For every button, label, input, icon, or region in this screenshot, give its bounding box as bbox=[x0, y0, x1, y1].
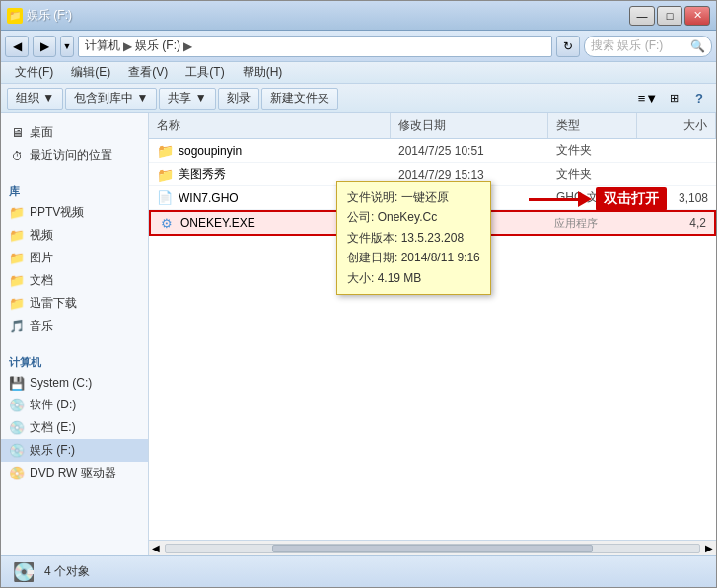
statusbar-count: 4 个对象 bbox=[44, 563, 90, 580]
sidebar-item-e[interactable]: 💿 文档 (E:) bbox=[1, 416, 148, 439]
header-name[interactable]: 名称 bbox=[149, 113, 391, 138]
burn-button[interactable]: 刻录 bbox=[218, 88, 259, 110]
header-type[interactable]: 类型 bbox=[548, 113, 637, 138]
sidebar-item-document[interactable]: 📁 文档 bbox=[1, 269, 148, 292]
sidebar-label-recent: 最近访问的位置 bbox=[30, 147, 112, 164]
onekey-label: ONEKEY.EXE bbox=[180, 216, 255, 230]
search-placeholder: 搜索 娱乐 (F:) bbox=[591, 37, 663, 54]
hscroll-thumb[interactable] bbox=[272, 545, 593, 552]
sidebar-item-video[interactable]: 📁 视频 bbox=[1, 224, 148, 247]
d-drive-icon: 💿 bbox=[9, 398, 25, 413]
sidebar-library-title: 库 bbox=[1, 179, 148, 201]
header-size[interactable]: 大小 bbox=[637, 113, 716, 138]
share-button[interactable]: 共享 ▼ bbox=[159, 88, 215, 110]
file-row-sogoupinyin[interactable]: 📁 sogoupinyin 2014/7/25 10:51 文件夹 bbox=[149, 139, 716, 163]
sidebar-label-dvd: DVD RW 驱动器 bbox=[30, 465, 116, 481]
sidebar-label-pptv: PPTV视频 bbox=[30, 204, 84, 221]
sidebar-item-f[interactable]: 💿 娱乐 (F:) bbox=[1, 439, 148, 462]
dvd-icon: 📀 bbox=[9, 466, 25, 481]
sidebar-item-dvd[interactable]: 📀 DVD RW 驱动器 bbox=[1, 462, 148, 484]
sidebar-label-xunlei: 迅雷下载 bbox=[30, 295, 77, 312]
sidebar-item-music[interactable]: 🎵 音乐 bbox=[1, 315, 148, 337]
sidebar-computer-title: 计算机 bbox=[1, 349, 148, 372]
view-detail-button[interactable]: ⊞ bbox=[663, 88, 684, 110]
recent-button[interactable]: ▼ bbox=[60, 36, 74, 57]
onekey-type: 应用程序 bbox=[546, 216, 635, 231]
sidebar-label-f: 娱乐 (F:) bbox=[30, 442, 75, 459]
e-drive-icon: 💿 bbox=[9, 420, 25, 436]
recent-icon: ⏱ bbox=[9, 148, 25, 164]
hscroll-area[interactable]: ◀ ▶ bbox=[149, 540, 716, 555]
sidebar-label-c: System (C:) bbox=[30, 376, 92, 390]
breadcrumb-computer[interactable]: 计算机 bbox=[85, 37, 120, 54]
sogoupinyin-date: 2014/7/25 10:51 bbox=[391, 144, 548, 158]
organize-button[interactable]: 组织 ▼ bbox=[7, 88, 63, 110]
c-drive-icon: 💾 bbox=[9, 375, 25, 391]
titlebar: 📁 娱乐 (F:) — □ ✕ bbox=[1, 1, 716, 31]
search-icon: 🔍 bbox=[690, 39, 705, 53]
help-icon-button[interactable]: ? bbox=[688, 88, 710, 110]
menu-help[interactable]: 帮助(H) bbox=[235, 62, 291, 83]
meitu-icon: 📁 bbox=[157, 167, 173, 183]
tooltip-line-2: 公司: OneKey.Cc bbox=[347, 207, 480, 227]
sidebar-label-picture: 图片 bbox=[30, 250, 53, 266]
sidebar-item-recent[interactable]: ⏱ 最近访问的位置 bbox=[1, 144, 148, 167]
addressbar-row: ◀ ▶ ▼ 计算机 ▶ 娱乐 (F:) ▶ ↻ 搜索 娱乐 (F:) 🔍 bbox=[1, 31, 716, 62]
menubar: 文件(F) 编辑(E) 查看(V) 工具(T) 帮助(H) bbox=[1, 62, 716, 84]
desktop-icon: 🖥 bbox=[9, 125, 25, 141]
annotation-arrow: 双击打开 bbox=[529, 187, 667, 211]
header-date[interactable]: 修改日期 bbox=[391, 113, 548, 138]
close-button[interactable]: ✕ bbox=[684, 6, 710, 26]
win7gho-icon: 📄 bbox=[157, 190, 173, 206]
minimize-button[interactable]: — bbox=[629, 6, 655, 26]
view-toggle-button[interactable]: ≡▼ bbox=[637, 88, 659, 110]
sidebar-label-video: 视频 bbox=[30, 227, 53, 244]
statusbar-disk-icon: 💽 bbox=[13, 561, 35, 583]
sidebar-item-picture[interactable]: 📁 图片 bbox=[1, 247, 148, 269]
hscroll-right-btn[interactable]: ▶ bbox=[702, 542, 716, 555]
sidebar-label-music: 音乐 bbox=[30, 318, 53, 334]
file-list-header: 名称 修改日期 类型 大小 bbox=[149, 113, 716, 139]
menu-tools[interactable]: 工具(T) bbox=[178, 62, 232, 83]
tooltip-line-1: 文件说明: 一键还原 bbox=[347, 187, 480, 207]
arrow-line bbox=[529, 198, 578, 201]
menu-view[interactable]: 查看(V) bbox=[120, 62, 176, 83]
sidebar-label-document: 文档 bbox=[30, 272, 53, 289]
menu-edit[interactable]: 编辑(E) bbox=[63, 62, 118, 83]
onekey-size: 4,2 bbox=[635, 216, 714, 230]
file-name-sogoupinyin: 📁 sogoupinyin bbox=[149, 143, 391, 159]
sidebar-label-e: 文档 (E:) bbox=[30, 419, 76, 436]
win7gho-label: WIN7.GHO bbox=[179, 191, 239, 205]
tooltip-popup: 文件说明: 一键还原 公司: OneKey.Cc 文件版本: 13.5.23.2… bbox=[336, 181, 491, 295]
titlebar-buttons: — □ ✕ bbox=[629, 6, 710, 26]
sidebar-item-d[interactable]: 💿 软件 (D:) bbox=[1, 394, 148, 416]
include-library-button[interactable]: 包含到库中 ▼ bbox=[65, 88, 157, 110]
titlebar-title: 娱乐 (F:) bbox=[27, 7, 629, 24]
sidebar-section-library: 库 📁 PPTV视频 📁 视频 📁 图片 📁 文档 bbox=[1, 179, 148, 337]
meitu-type: 文件夹 bbox=[548, 166, 637, 183]
meitu-label: 美图秀秀 bbox=[179, 166, 226, 183]
back-button[interactable]: ◀ bbox=[5, 36, 29, 57]
hscroll-left-btn[interactable]: ◀ bbox=[149, 542, 163, 555]
breadcrumb[interactable]: 计算机 ▶ 娱乐 (F:) ▶ bbox=[78, 36, 552, 57]
refresh-button[interactable]: ↻ bbox=[556, 36, 580, 57]
toolbar: 组织 ▼ 包含到库中 ▼ 共享 ▼ 刻录 新建文件夹 ≡▼ ⊞ ? bbox=[1, 84, 716, 113]
menu-file[interactable]: 文件(F) bbox=[7, 62, 61, 83]
hscroll-track[interactable] bbox=[165, 544, 700, 553]
sidebar-item-xunlei[interactable]: 📁 迅雷下载 bbox=[1, 292, 148, 315]
window: 📁 娱乐 (F:) — □ ✕ ◀ ▶ ▼ 计算机 ▶ 娱乐 (F:) ▶ ↻ … bbox=[0, 0, 717, 588]
maximize-button[interactable]: □ bbox=[657, 6, 682, 26]
search-box[interactable]: 搜索 娱乐 (F:) 🔍 bbox=[584, 36, 712, 57]
forward-button[interactable]: ▶ bbox=[33, 36, 56, 57]
sidebar-label-d: 软件 (D:) bbox=[30, 397, 76, 413]
titlebar-icon: 📁 bbox=[7, 8, 23, 24]
sidebar-item-c[interactable]: 💾 System (C:) bbox=[1, 372, 148, 394]
document-icon: 📁 bbox=[9, 273, 25, 289]
breadcrumb-drive[interactable]: 娱乐 (F:) bbox=[135, 37, 180, 54]
new-folder-button[interactable]: 新建文件夹 bbox=[261, 88, 338, 110]
sidebar-item-pptv[interactable]: 📁 PPTV视频 bbox=[1, 201, 148, 224]
sidebar-item-desktop[interactable]: 🖥 桌面 bbox=[1, 121, 148, 144]
file-list-container: 名称 修改日期 类型 大小 📁 sogoupinyin 2014/7/25 10… bbox=[149, 113, 716, 555]
xunlei-icon: 📁 bbox=[9, 296, 25, 312]
music-icon: 🎵 bbox=[9, 319, 25, 334]
